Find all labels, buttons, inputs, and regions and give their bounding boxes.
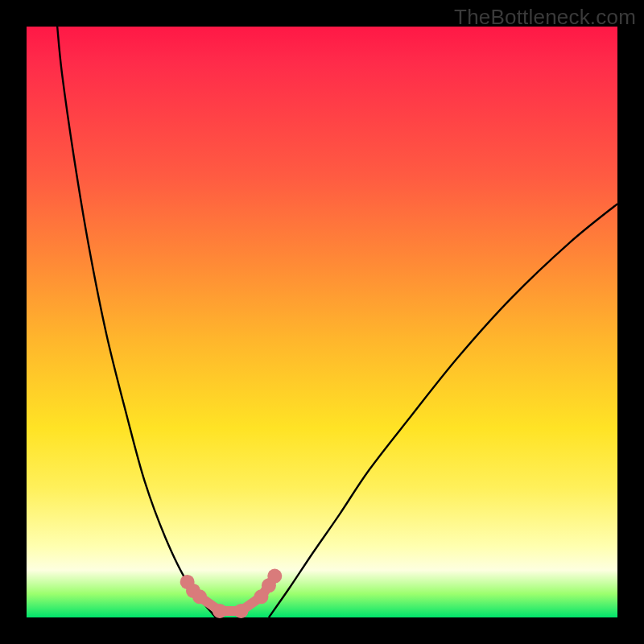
chart-svg	[27, 27, 617, 617]
right-curve	[269, 204, 617, 617]
chart-frame: TheBottleneck.com	[0, 0, 644, 644]
left-curve	[57, 27, 216, 617]
basin-dot	[192, 589, 207, 604]
basin-dot	[267, 569, 282, 584]
watermark-text: TheBottleneck.com	[454, 5, 636, 30]
basin-dot	[233, 604, 248, 618]
basin-dot	[213, 604, 227, 618]
